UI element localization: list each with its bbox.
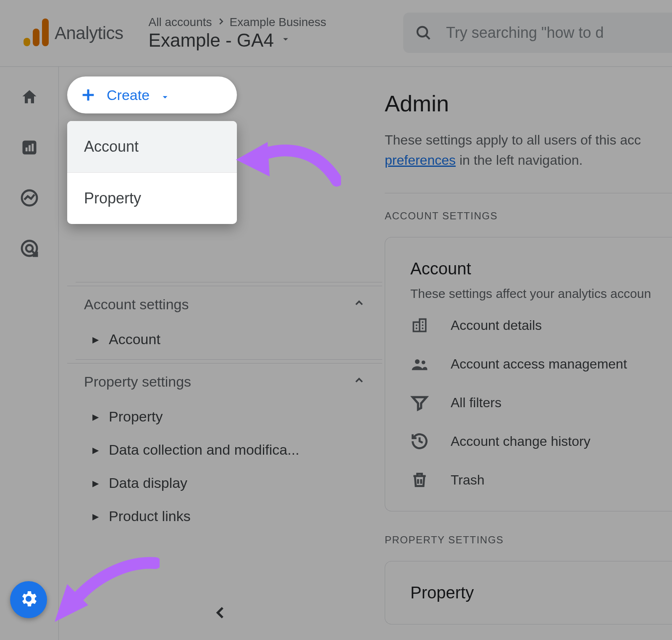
admin-gear-button[interactable] [10,581,47,618]
caret-down-icon [160,90,171,100]
dropdown-option-property[interactable]: Property [67,173,237,224]
option-label: Property [84,190,141,207]
create-label: Create [107,87,150,103]
option-label: Account [84,138,139,155]
create-button[interactable]: Create [67,76,237,113]
plus-icon [80,87,97,103]
gear-icon [18,589,39,611]
dropdown-option-account[interactable]: Account [67,121,237,172]
create-dropdown: Account Property [67,121,237,224]
